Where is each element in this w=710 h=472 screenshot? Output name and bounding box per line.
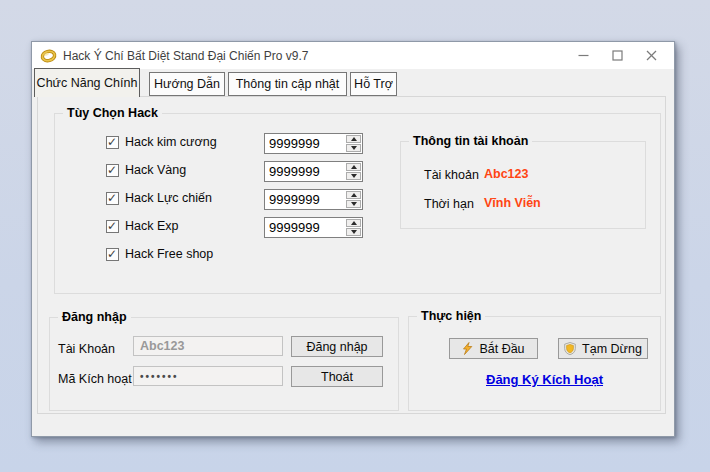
checkbox-hack-luc-chien[interactable] — [106, 192, 119, 205]
label-hack-vang: Hack Vàng — [125, 163, 186, 177]
group-title-hack-options: Tùy Chọn Hack — [63, 105, 162, 121]
minimize-icon — [578, 50, 589, 61]
window-title: Hack Ý Chí Bất Diệt Stand Đại Chiến Pro … — [63, 49, 308, 63]
spinner-up-icon[interactable] — [346, 219, 361, 227]
title-bar: Hack Ý Chí Bất Diệt Stand Đại Chiến Pro … — [32, 42, 674, 69]
group-execute: Thực hiện — [408, 316, 661, 411]
gold-ring-icon — [40, 48, 57, 64]
spinner-exp-value[interactable]: 9999999 — [265, 218, 345, 237]
lightning-icon — [462, 342, 473, 355]
label-hack-exp: Hack Exp — [125, 219, 179, 233]
exit-button[interactable]: Thoát — [291, 366, 383, 387]
duration-value: Vĩnh Viễn — [484, 196, 541, 210]
duration-label: Thời hạn — [424, 197, 474, 211]
close-icon — [646, 50, 657, 61]
spinner-exp[interactable]: 9999999 — [264, 217, 363, 238]
checkbox-hack-vang[interactable] — [106, 164, 119, 177]
close-button[interactable] — [634, 42, 668, 69]
spinner-kim-cuong-value[interactable]: 9999999 — [265, 134, 345, 153]
username-input[interactable]: Abc123 — [133, 336, 283, 356]
label-hack-luc-chien: Hack Lực chiến — [125, 191, 212, 205]
spinner-luc-chien-value[interactable]: 9999999 — [265, 190, 345, 209]
maximize-icon — [612, 50, 623, 61]
spinner-vang-value[interactable]: 9999999 — [265, 162, 345, 181]
activation-label: Mã Kích hoạt — [58, 372, 132, 386]
checkbox-hack-exp[interactable] — [106, 220, 119, 233]
spinner-kim-cuong[interactable]: 9999999 — [264, 133, 363, 154]
group-title-execute: Thực hiện — [417, 308, 485, 324]
checkbox-hack-kim-cuong[interactable] — [106, 136, 119, 149]
spinner-luc-chien[interactable]: 9999999 — [264, 189, 363, 210]
register-activation-link[interactable]: Đăng Ký Kích Hoạt — [486, 372, 603, 387]
start-button[interactable]: Bắt Đầu — [449, 338, 538, 359]
tab-chuc-nang-chinh[interactable]: Chức Năng Chính — [34, 68, 140, 97]
username-label: Tài Khoản — [58, 342, 115, 356]
spinner-up-icon[interactable] — [346, 163, 361, 171]
spinner-down-icon[interactable] — [346, 144, 361, 152]
spinner-down-icon[interactable] — [346, 228, 361, 236]
spinner-down-icon[interactable] — [346, 200, 361, 208]
window-controls — [566, 42, 668, 69]
app-window: Hack Ý Chí Bất Diệt Stand Đại Chiến Pro … — [31, 41, 675, 437]
spinner-vang[interactable]: 9999999 — [264, 161, 363, 182]
pause-button[interactable]: Tạm Dừng — [558, 338, 648, 359]
account-value: Abc123 — [484, 167, 528, 181]
tab-thong-tin-cap-nhat[interactable]: Thông tin cập nhật — [228, 72, 347, 96]
group-title-login: Đăng nhập — [58, 309, 131, 325]
shield-icon — [564, 342, 576, 355]
tab-ho-tro[interactable]: Hỗ Trợ — [350, 72, 397, 96]
label-hack-kim-cuong: Hack kim cương — [125, 135, 217, 149]
group-account-info: Thông tin tài khoản — [400, 141, 646, 229]
maximize-button[interactable] — [600, 42, 634, 69]
spinner-up-icon[interactable] — [346, 191, 361, 199]
login-button[interactable]: Đăng nhập — [291, 336, 383, 357]
activation-input[interactable]: ••••••• — [133, 366, 283, 386]
spinner-up-icon[interactable] — [346, 135, 361, 143]
group-title-account-info: Thông tin tài khoản — [409, 133, 532, 149]
label-hack-free-shop: Hack Free shop — [125, 247, 213, 261]
account-label: Tài khoản — [424, 168, 479, 182]
tab-huong-dan[interactable]: Hướng Dẫn — [149, 72, 225, 96]
spinner-down-icon[interactable] — [346, 172, 361, 180]
group-login: Đăng nhập — [49, 317, 399, 411]
checkbox-hack-free-shop[interactable] — [106, 248, 119, 261]
minimize-button[interactable] — [566, 42, 600, 69]
